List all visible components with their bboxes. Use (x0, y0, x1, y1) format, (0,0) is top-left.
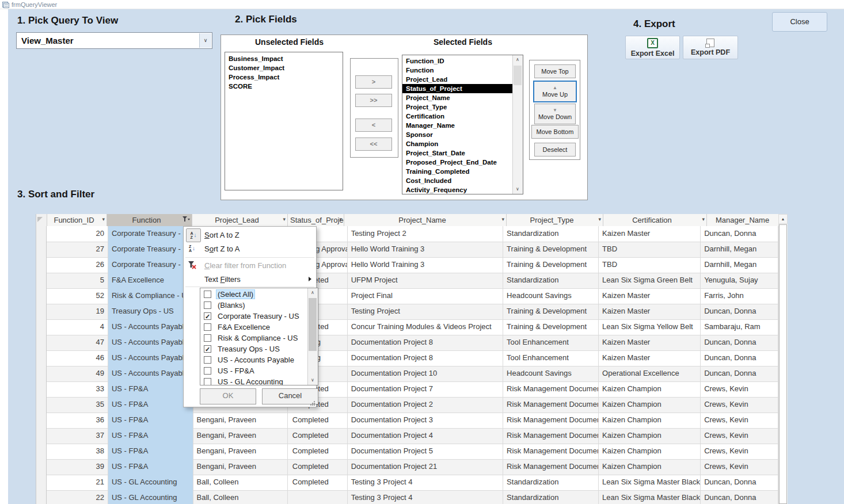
selected-field-item[interactable]: Certification (402, 112, 512, 121)
move-top-button[interactable]: Move Top (534, 64, 576, 78)
filter-ok-button[interactable]: OK (200, 388, 256, 404)
cell-status-of-project[interactable] (288, 490, 348, 504)
filter-option[interactable]: US - GL Accounting (200, 376, 307, 385)
cell-certification[interactable]: Kaizen Champion (599, 459, 701, 475)
table-corner-cell[interactable] (36, 214, 47, 227)
cell-manager-name[interactable]: Crews, Kevin (701, 428, 778, 444)
row-selector[interactable] (36, 381, 47, 398)
combobox-dropdown-icon[interactable]: ∨ (199, 33, 211, 48)
cell-function-id[interactable]: 39 (47, 459, 108, 475)
unselected-field-item[interactable]: Business_Impact (225, 54, 343, 63)
add-all-fields-button[interactable]: >> (355, 94, 392, 107)
cell-certification[interactable]: Kaizen Master (599, 226, 701, 242)
cell-project-name[interactable]: Documentation Project 2 (348, 397, 503, 413)
cell-certification[interactable]: Kaizen Champion (599, 397, 701, 413)
cell-certification[interactable]: Operational Excellence (599, 366, 701, 382)
cell-certification[interactable]: Kaizen Champion (599, 444, 701, 460)
column-header-certification[interactable]: Certification▾ (603, 214, 707, 227)
unselected-field-item[interactable]: Customer_Impact (225, 63, 343, 72)
selected-field-item[interactable]: Project_Name (402, 93, 512, 102)
filter-option[interactable]: US - FP&A (200, 365, 307, 376)
cell-manager-name[interactable]: Crews, Kevin (701, 444, 778, 460)
cell-certification[interactable]: Lean Six Sigma Master Black Belt (599, 490, 701, 504)
selected-field-item[interactable]: Activity_Frequency (402, 185, 512, 194)
unchecked-checkbox[interactable] (204, 378, 211, 385)
column-header-project-lead[interactable]: Project_Lead▾ (192, 214, 288, 227)
filter-option[interactable]: ✓Treasury Ops - US (200, 343, 307, 354)
cell-certification[interactable]: Kaizen Master (599, 335, 701, 351)
cell-status-of-project[interactable]: Completed (288, 428, 348, 444)
cell-project-type[interactable]: Risk Management Documentation (503, 444, 599, 460)
scroll-down-icon[interactable]: ∨ (513, 185, 522, 194)
scroll-down-icon[interactable]: ∨ (308, 376, 317, 385)
row-selector[interactable] (36, 490, 47, 504)
scroll-up-icon[interactable]: ∧ (308, 288, 317, 297)
cell-project-type[interactable]: Risk Management Documentation (503, 428, 599, 444)
row-selector[interactable] (36, 226, 47, 242)
scrollbar-thumb[interactable] (779, 224, 787, 504)
row-selector[interactable] (36, 242, 47, 258)
cell-function[interactable]: US - FP&A (108, 444, 193, 460)
cell-certification[interactable]: Kaizen Master (599, 350, 701, 366)
cell-function-id[interactable]: 49 (47, 366, 108, 382)
cell-project-name[interactable]: Testing 3 Project 4 (348, 475, 503, 491)
cell-project-name[interactable]: Hello World Training 3 (348, 242, 503, 258)
cell-function-id[interactable]: 38 (47, 444, 108, 460)
cell-function-id[interactable]: 47 (47, 335, 108, 351)
cell-function[interactable]: Corporate Treasury - US (108, 242, 193, 258)
move-bottom-button[interactable]: Move Bottom (531, 125, 579, 139)
filter-funnel-icon[interactable] (183, 216, 190, 223)
cell-certification[interactable]: Lean Six Sigma Yellow Belt (599, 319, 701, 335)
cell-function[interactable]: US - GL Accounting (108, 490, 193, 504)
cell-project-lead[interactable]: Bengani, Praveen (193, 444, 288, 460)
cell-project-type[interactable]: Risk Management Documentation (503, 381, 599, 398)
cell-function-id[interactable]: 46 (47, 350, 108, 366)
cell-project-type[interactable]: Standardization (503, 475, 599, 491)
cell-function[interactable]: US - FP&A (108, 428, 193, 444)
cell-manager-name[interactable]: Duncan, Donna (701, 350, 778, 366)
cell-function[interactable]: US - FP&A (108, 381, 193, 398)
cell-status-of-project[interactable]: Completed (288, 444, 348, 460)
cell-project-type[interactable]: Risk Management Documentation (503, 459, 599, 475)
cell-project-lead[interactable]: Ball, Colleen (193, 475, 288, 491)
unchecked-checkbox[interactable] (204, 334, 211, 342)
cell-manager-name[interactable]: Duncan, Donna (701, 490, 778, 504)
cell-manager-name[interactable]: Yenugula, Sujay (701, 273, 778, 289)
dropdown-arrow-icon[interactable]: ▾ (702, 216, 705, 222)
cell-project-type[interactable]: Training & Development (503, 319, 599, 335)
cell-certification[interactable]: TBD (599, 242, 701, 258)
row-selector[interactable] (36, 413, 47, 429)
cell-project-name[interactable]: Documentation Project 8 (348, 335, 503, 351)
unselected-field-item[interactable]: Process_Impact (225, 72, 343, 82)
cell-function[interactable]: US - FP&A (108, 397, 193, 413)
cell-manager-name[interactable]: Duncan, Donna (701, 475, 778, 491)
cell-project-name[interactable]: Hello World Training 3 (348, 257, 503, 273)
cell-certification[interactable]: Kaizen Champion (599, 428, 701, 444)
cell-project-name[interactable]: Concur Training Modules & Videos Project (348, 319, 503, 335)
selected-field-item[interactable]: Project_Start_Date (402, 148, 512, 158)
cell-project-type[interactable]: Standardization (503, 226, 599, 242)
selected-fields-scrollbar[interactable]: ∧ ∨ (512, 55, 523, 194)
cell-project-type[interactable]: Training & Development (503, 257, 599, 273)
filter-option[interactable]: (Select All) (200, 289, 307, 300)
cell-certification[interactable]: Kaizen Master (599, 304, 701, 320)
cell-project-name[interactable]: Documentation Project 7 (348, 381, 503, 398)
cell-function[interactable]: US - Accounts Payable (108, 366, 193, 382)
unchecked-checkbox[interactable] (204, 291, 211, 298)
row-selector[interactable] (36, 459, 47, 475)
cell-project-name[interactable]: Documentation Project 5 (348, 444, 503, 460)
cell-manager-name[interactable]: Darnhill, Megan (701, 257, 778, 273)
cell-manager-name[interactable]: Farris, John (701, 288, 778, 304)
cell-function-id[interactable]: 36 (47, 413, 108, 429)
column-header-manager-name[interactable]: Manager_Name▾ (707, 214, 784, 227)
unselected-field-item[interactable]: SCORE (225, 82, 343, 91)
selected-field-item[interactable]: Cost_Included (402, 176, 512, 185)
cell-project-type[interactable]: Training & Development (503, 304, 599, 320)
cell-project-type[interactable]: Standardization (503, 490, 599, 504)
dropdown-arrow-icon[interactable]: ▾ (283, 216, 286, 222)
row-selector[interactable] (36, 257, 47, 273)
scrollbar-thumb[interactable] (309, 298, 317, 351)
cell-project-lead[interactable]: Bengani, Praveen (193, 413, 288, 429)
remove-field-button[interactable]: < (355, 119, 392, 132)
cell-project-name[interactable]: Project Final (348, 288, 503, 304)
